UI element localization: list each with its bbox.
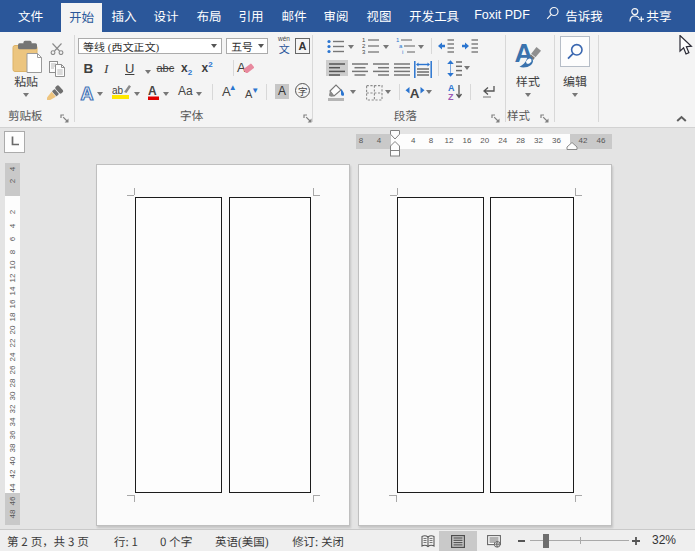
svg-text:i: i	[402, 49, 403, 54]
svg-text:A: A	[410, 86, 420, 101]
svg-text:Z: Z	[448, 92, 454, 101]
svg-text:3: 3	[362, 49, 366, 54]
